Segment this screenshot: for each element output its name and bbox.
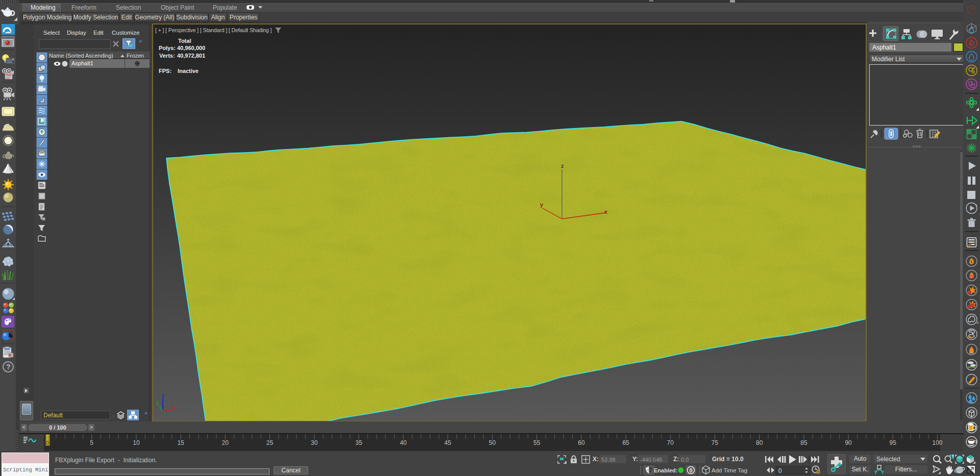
svg-text:30: 30 xyxy=(311,439,318,446)
svg-text:0: 0 xyxy=(689,467,692,473)
svg-text:0: 0 xyxy=(778,467,782,474)
svg-text:y: y xyxy=(540,202,544,208)
svg-text:40: 40 xyxy=(400,439,407,446)
svg-text:20: 20 xyxy=(222,439,229,446)
svg-text:z: z xyxy=(561,163,564,169)
svg-text:x: x xyxy=(172,405,175,410)
svg-text:55: 55 xyxy=(533,439,541,446)
svg-text:90: 90 xyxy=(845,439,852,446)
svg-text:95: 95 xyxy=(890,439,897,446)
svg-text:35: 35 xyxy=(355,439,362,446)
svg-text:5: 5 xyxy=(90,439,93,446)
svg-text:65: 65 xyxy=(622,439,629,446)
svg-text:60: 60 xyxy=(578,439,585,446)
svg-text:75: 75 xyxy=(712,439,719,446)
svg-text:45: 45 xyxy=(445,439,452,446)
svg-text:80: 80 xyxy=(756,439,763,446)
svg-text:25: 25 xyxy=(266,439,274,446)
svg-text:10: 10 xyxy=(133,439,140,446)
svg-text:70: 70 xyxy=(667,439,674,446)
svg-text:y: y xyxy=(156,400,159,406)
svg-text:85: 85 xyxy=(800,439,807,446)
svg-text:z: z xyxy=(162,393,164,398)
svg-text:15: 15 xyxy=(177,439,184,446)
svg-text:x: x xyxy=(604,209,608,215)
svg-text:?: ? xyxy=(6,363,11,371)
svg-text:100: 100 xyxy=(932,439,942,446)
svg-text:50: 50 xyxy=(489,439,496,446)
